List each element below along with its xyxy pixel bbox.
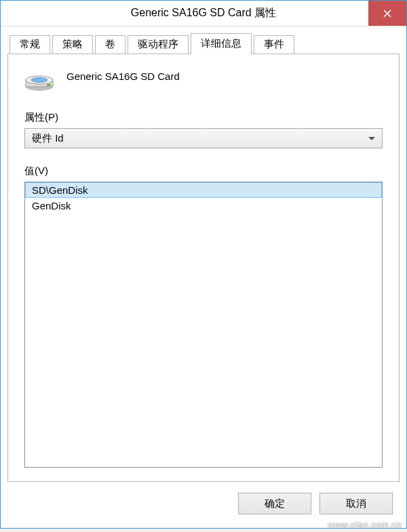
disk-drive-icon [24, 73, 54, 92]
dialog-buttons: 确定 取消 [7, 482, 400, 521]
device-header: Generic SA16G SD Card [24, 68, 383, 111]
value-listbox[interactable]: SD\GenDisk GenDisk [24, 182, 383, 468]
tab-general[interactable]: 常规 [9, 35, 50, 54]
svg-point-5 [31, 78, 47, 83]
tab-driver[interactable]: 驱动程序 [128, 35, 189, 54]
close-button[interactable] [368, 1, 406, 26]
device-name: Generic SA16G SD Card [66, 70, 180, 82]
value-label: 值(V) [24, 165, 383, 178]
tab-policies[interactable]: 策略 [52, 35, 93, 54]
property-combobox[interactable]: 硬件 Id [24, 128, 383, 148]
svg-rect-6 [47, 84, 51, 86]
cancel-button[interactable]: 取消 [319, 493, 393, 514]
tab-panel-details: Generic SA16G SD Card 属性(P) 硬件 Id 值(V) S… [7, 54, 400, 482]
dialog-body: 常规 策略 卷 驱动程序 详细信息 事件 Generic SA16G SD Ca… [1, 26, 406, 528]
property-label: 属性(P) [24, 111, 383, 124]
chevron-down-icon [368, 137, 375, 140]
titlebar: Generic SA16G SD Card 属性 [1, 1, 406, 26]
tab-volumes[interactable]: 卷 [95, 35, 125, 54]
ok-button[interactable]: 确定 [238, 493, 311, 514]
list-item[interactable]: SD\GenDisk [25, 182, 382, 198]
close-icon [383, 9, 391, 18]
list-item[interactable]: GenDisk [25, 198, 382, 213]
tab-events[interactable]: 事件 [254, 35, 294, 54]
window-title: Generic SA16G SD Card 属性 [1, 1, 368, 26]
tab-details[interactable]: 详细信息 [191, 33, 252, 54]
properties-dialog: Generic SA16G SD Card 属性 常规 策略 卷 驱动程序 详细… [0, 0, 407, 529]
property-selected-value: 硬件 Id [32, 132, 368, 145]
tabstrip: 常规 策略 卷 驱动程序 详细信息 事件 [7, 33, 400, 54]
